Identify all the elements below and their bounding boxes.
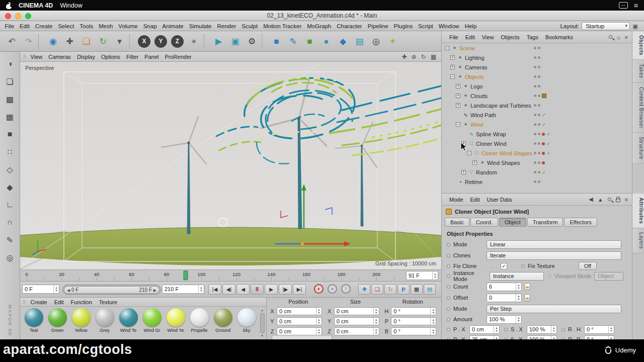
rh-field[interactable]: 0 °▴▾ [584,325,614,334]
expand-toggle-icon[interactable]: − [450,74,455,79]
goto-end-button[interactable]: ▶| [293,284,306,295]
panel-menu-icon[interactable]: ≡ [625,197,628,203]
object-label[interactable]: Scene [459,45,475,51]
offset-stepper[interactable]: ▴▾ [516,294,521,302]
object-tags[interactable]: ✓ [534,122,546,127]
keyframe-presets-button[interactable]: ▦ [411,284,423,295]
render-view-icon[interactable]: ▶ [211,33,226,50]
panel-grip-icon[interactable]: ⠿ [23,300,26,305]
visibility-dot-icon[interactable] [538,142,540,145]
object-label[interactable]: Landscape and Turbines [470,103,531,109]
history-up-icon[interactable]: ▲ [598,197,603,203]
anim-dot-icon[interactable] [447,275,450,278]
frame-stepper[interactable]: ▴▾ [432,272,438,280]
interface-icon[interactable]: ▣ [632,23,638,30]
object-label[interactable]: Cloner Wind [476,141,507,147]
tree-row[interactable]: ∿Spline Wrap✓ [442,129,632,139]
anim-dot-icon[interactable] [504,328,508,331]
visibility-dot-icon[interactable] [538,56,540,59]
object-tags[interactable] [534,56,540,59]
pen-icon[interactable]: ✎ [3,233,17,247]
count-slider[interactable] [524,283,530,290]
menu-item[interactable]: Pipeline [365,23,391,29]
timeline-ruler-area[interactable]: 020406080100120140160180200 [20,270,401,281]
visibility-dot-icon[interactable] [534,114,536,116]
viewport-menu-item[interactable]: Filter [123,54,141,60]
visibility-dot-icon[interactable] [534,171,536,173]
viewport-canvas[interactable]: Perspective Grid Spacing : 10000 cm [20,62,441,269]
expand-toggle-icon[interactable]: + [461,170,466,174]
visibility-dot-icon[interactable] [538,85,540,87]
material-item[interactable]: Sky [235,308,258,333]
null-object-icon[interactable]: ⌖ [462,83,469,89]
anim-dot-icon[interactable] [447,318,450,321]
timeline-layout-button[interactable]: ▤ [424,284,436,295]
tree-row[interactable]: +⌖Cameras [442,62,632,72]
object-label[interactable]: Logo [470,83,482,89]
viewport-menu-item[interactable]: Options [98,54,123,60]
object-label[interactable]: Lighting [465,55,485,61]
tree-row[interactable]: +⌖Clouds [442,91,632,101]
panel-tab[interactable]: Content Browser [632,83,644,133]
menu-item[interactable]: Help [462,23,479,29]
panel-tab[interactable]: Objects [632,31,644,60]
points-mode-icon[interactable]: ∷ [3,145,17,159]
object-label[interactable]: Wind [470,122,483,128]
key-rotation-toggle[interactable]: ↻ [384,284,396,295]
object-tags[interactable]: ✓ [534,112,546,118]
tree-row[interactable]: −⌖Scene [442,43,632,53]
tree-row[interactable]: +⌖Logo [442,81,632,91]
retime-object-icon[interactable]: ◔ [456,179,464,185]
count-stepper[interactable]: ▴▾ [516,283,521,291]
toggle-views-icon[interactable]: ▦ [431,53,436,60]
panel-tab[interactable]: Takes [632,60,644,83]
material-item[interactable]: Teal [23,308,45,333]
floor-icon[interactable]: ▤ [352,33,367,50]
visibility-dot-icon[interactable] [538,171,540,173]
key-parameter-toggle[interactable]: P [397,284,410,295]
object-tags[interactable]: ✓ [534,141,550,146]
visibility-dot-icon[interactable] [538,161,540,164]
cloner-object-icon[interactable]: ∷ [473,150,480,156]
range-left-arrow-icon[interactable]: ◀ [67,288,70,293]
layout-dropdown[interactable]: Startup [582,22,630,30]
goto-start-button[interactable]: |◀ [208,284,221,295]
menu-item[interactable]: Edit [17,23,33,29]
visibility-dot-icon[interactable] [534,66,536,68]
tag-dot-icon[interactable] [542,133,545,136]
tree-row[interactable]: +∵Random✓ [442,167,632,177]
count-field[interactable]: 6▴▾ [487,283,522,291]
splinewrap-object-icon[interactable]: ∿ [467,131,475,137]
visibility-dot-icon[interactable] [534,75,536,78]
visibility-dot-icon[interactable] [538,123,540,126]
visibility-dot-icon[interactable] [538,114,540,116]
object-label[interactable]: Random [476,169,497,175]
visibility-dot-icon[interactable] [534,180,536,183]
rotation-field[interactable]: 0 °▴▾ [391,327,436,335]
viewport-menu-item[interactable]: View [28,54,46,60]
window-titlebar[interactable]: 02_13_kinetECO_Animation.c4d * - Main [0,11,644,21]
visibility-dot-icon[interactable] [538,95,540,97]
null-object-icon[interactable]: ⌖ [462,102,469,109]
tree-row[interactable]: −⌖Objects [442,72,632,81]
visibility-dot-icon[interactable] [534,104,536,107]
preview-range-slider[interactable]: ◀ 0 F 210 F ▶ [62,285,161,295]
offset-slider[interactable] [524,294,530,301]
lock-z-button[interactable]: Z [171,35,184,48]
expand-toggle-icon[interactable]: − [467,151,471,155]
position-field[interactable]: 0 cm▴▾ [277,327,322,335]
move-icon[interactable]: ✚ [62,33,77,50]
rotate-icon[interactable]: ↻ [95,33,111,50]
material-menu-item[interactable]: Create [27,299,51,305]
panel-tab[interactable]: Attributes [632,194,644,228]
add-volume-icon[interactable]: ◆ [335,33,351,50]
material-menu-item[interactable]: Texture [96,299,121,305]
autokey-button[interactable]: ● [328,284,337,294]
px-field[interactable]: 0 cm▴▾ [469,325,500,334]
menu-item[interactable]: Volume [116,23,140,29]
fix-clone-checkbox[interactable]: ✓ [501,263,507,269]
expand-toggle-icon[interactable]: + [472,160,477,165]
object-label[interactable]: Cameras [465,64,488,70]
menu-item[interactable]: Snap [140,23,159,29]
tag-dot-icon[interactable] [542,161,545,164]
